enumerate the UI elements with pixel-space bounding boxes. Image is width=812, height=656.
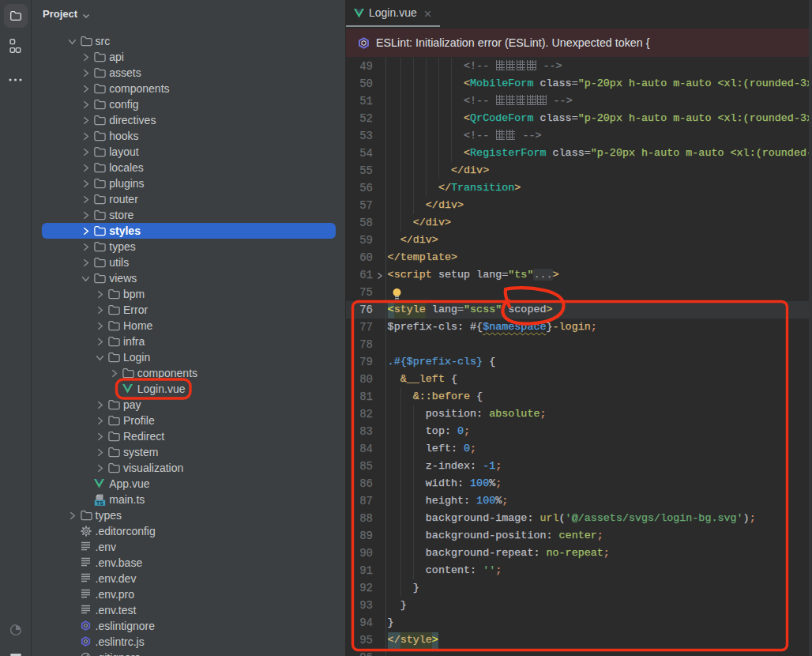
svg-text:TS: TS	[96, 500, 103, 506]
